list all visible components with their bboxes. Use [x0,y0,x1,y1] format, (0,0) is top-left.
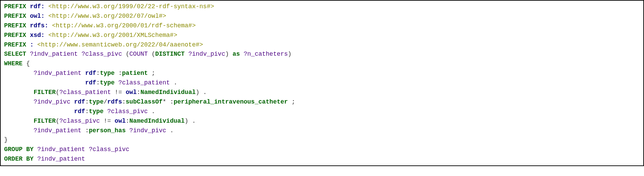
code-token [4,127,33,134]
code-token: ?class_patient [118,79,170,86]
code-token [26,13,30,19]
code-token: rdf [85,70,96,77]
code-token [4,89,33,96]
code-token: } [4,136,8,143]
code-token: SELECT [4,51,26,57]
code-token [4,70,33,77]
code-token: { [23,60,30,67]
code-token [115,70,118,77]
code-token [26,22,30,29]
code-token: ?indv_pivc [129,127,166,134]
code-line: FILTER(?class_pivc != owl:NamedIndividua… [4,117,640,126]
sparql-code-block: PREFIX rdf: <http://www.w3.org/1999/02/2… [0,0,644,166]
code-line: SELECT ?indv_patient ?class_pivc (COUNT … [4,50,640,59]
code-token: <http://www.w3.org/2000/01/rdf-schema#> [52,22,195,29]
code-token: : [137,89,141,96]
code-token: type [89,98,103,105]
code-token [115,79,118,86]
code-line: WHERE { [4,59,640,69]
code-token: ?class_pivc [89,146,129,153]
code-token: ( [56,89,59,96]
code-token: ?class_patient [59,89,111,96]
code-token: ?indv_pivc [33,98,70,105]
code-token: DISTINCT [155,51,185,57]
code-token: <http://www.w3.org/1999/02/22-rdf-syntax… [48,3,214,10]
code-token [85,146,89,153]
code-token: * [163,98,170,105]
code-token: NamedIndividual [129,118,185,124]
code-token: / [104,98,107,105]
code-token [185,51,188,57]
code-token [4,118,33,124]
code-token [26,41,30,48]
code-token: rdfs [107,98,122,105]
code-token [240,51,244,57]
code-token: : [85,98,89,105]
code-token: ?class_pivc [59,118,100,124]
code-token: : [85,127,89,134]
code-token [26,32,30,39]
code-token: PREFIX [4,41,26,48]
code-token: COUNT [129,51,148,57]
code-token: ) [288,51,292,57]
code-token: : [85,108,89,115]
code-token: owl [126,89,137,96]
code-token: : [170,98,174,105]
code-token: . [170,79,177,86]
code-token: ; [288,98,295,105]
code-token: WHERE [4,60,23,67]
code-line: PREFIX xsd: <http://www.w3.org/2001/XMLS… [4,31,640,40]
code-token: PREFIX [4,3,26,10]
code-token: PREFIX [4,22,26,29]
code-line: ORDER BY ?indv_patient [4,154,640,164]
code-token: ) . [185,118,195,124]
code-token: : [122,98,126,105]
code-token: : [96,79,100,86]
code-token: PREFIX [4,32,26,39]
code-line: FILTER(?class_patient != owl:NamedIndivi… [4,88,640,97]
code-token: ORDER BY [4,155,33,162]
code-token: ?indv_patient [30,51,78,57]
code-token [70,98,74,105]
code-token: rdf: [30,3,45,10]
code-token: type [89,108,103,115]
code-line: ?indv_patient rdf:type :patient ; [4,69,640,78]
code-line: PREFIX rdf: <http://www.w3.org/1999/02/2… [4,2,640,12]
code-token [82,70,85,77]
code-token: as [233,51,240,57]
code-line: rdf:type ?class_pivc . [4,107,640,117]
code-token: FILTER [33,118,56,124]
code-token: owl [115,118,126,124]
code-token: peripheral_intravenous_catheter [174,98,288,105]
code-token: ?n_catheters [244,51,288,57]
code-token: owl: [30,13,45,19]
code-line: PREFIX owl: <http://www.w3.org/2002/07/o… [4,12,640,21]
code-token: type [100,79,115,86]
code-token: ?class_pivc [82,51,122,57]
code-line: PREFIX rdfs: <http://www.w3.org/2000/01/… [4,21,640,31]
code-token [33,41,37,48]
code-token: : [118,70,122,77]
code-token: ; [148,70,155,77]
code-token: ?class_pivc [107,108,148,115]
code-token: ?indv_patient [37,155,85,162]
code-token: GROUP BY [4,146,33,153]
code-token: ( [122,51,130,57]
code-token: : [96,70,100,77]
code-token [26,51,30,57]
code-line: PREFIX : <http://www.semanticweb.org/202… [4,40,640,50]
code-token: : [126,118,130,124]
code-token: ?indv_patient [33,70,81,77]
code-token [26,3,30,10]
code-token: subClassOf [126,98,163,105]
code-token: rdfs: [30,22,48,29]
code-token: patient [122,70,148,77]
code-token [45,3,48,10]
code-token [4,79,85,86]
code-token: rdf [85,79,96,86]
code-token [4,108,74,115]
code-token: ( [56,118,59,124]
code-token: ( [148,51,155,57]
code-line: ?indv_pivc rdf:type/rdfs:subClassOf* :pe… [4,97,640,107]
code-token: != [111,89,126,96]
